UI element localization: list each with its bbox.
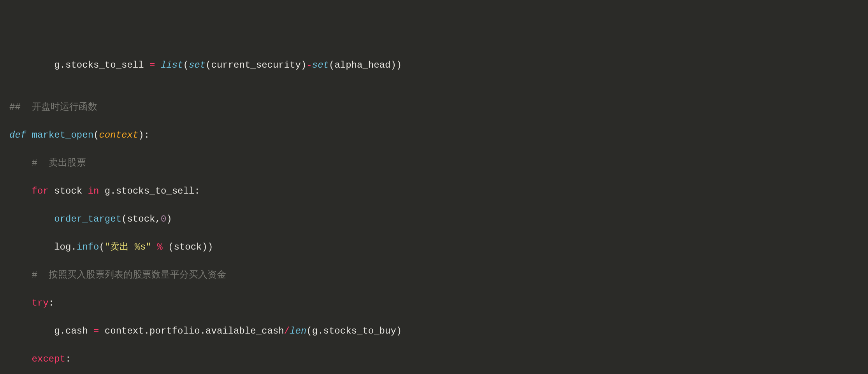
code-line: order_target(stock,0) bbox=[9, 212, 868, 226]
code-line: log.info("卖出 %s" % (stock)) bbox=[9, 240, 868, 254]
code-line: ## 开盘时运行函数 bbox=[9, 100, 868, 114]
code-line: except: bbox=[9, 352, 868, 366]
code-line: def market_open(context): bbox=[9, 128, 868, 142]
code-line: for stock in g.stocks_to_sell: bbox=[9, 184, 868, 198]
code-line: try: bbox=[9, 296, 868, 310]
code-line: # 按照买入股票列表的股票数量平分买入资金 bbox=[9, 268, 868, 282]
code-line: # 卖出股票 bbox=[9, 156, 868, 170]
code-editor[interactable]: g.stocks_to_sell = list(set(current_secu… bbox=[9, 58, 868, 374]
code-line: g.stocks_to_sell = list(set(current_secu… bbox=[9, 58, 868, 72]
code-line: g.cash = context.portfolio.available_cas… bbox=[9, 324, 868, 338]
